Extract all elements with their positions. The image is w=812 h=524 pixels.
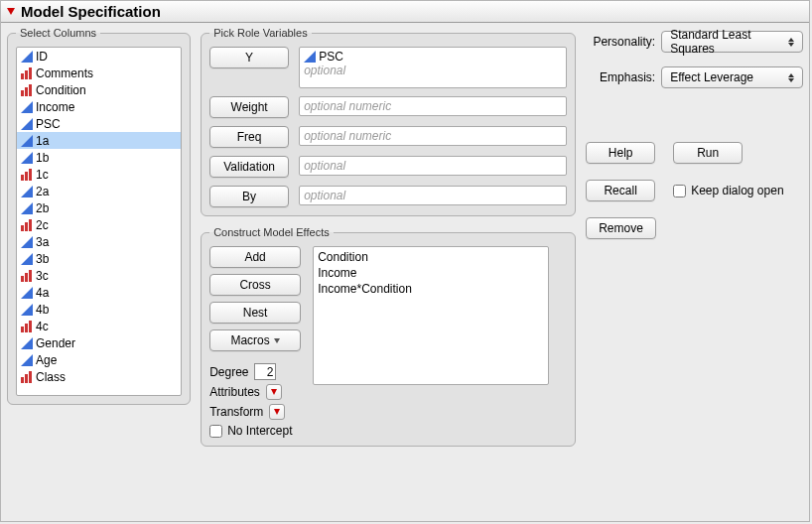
svg-marker-25 — [21, 304, 33, 316]
by-field[interactable]: optional — [299, 186, 567, 205]
column-label: 4b — [36, 303, 49, 317]
personality-select[interactable]: Standard Least Squares — [661, 31, 803, 53]
recall-button[interactable]: Recall — [586, 180, 655, 201]
svg-rect-3 — [29, 67, 32, 79]
y-hint: optional — [304, 64, 562, 77]
column-item[interactable]: Income — [17, 98, 181, 115]
degree-input[interactable] — [254, 363, 276, 380]
keep-open-check[interactable]: Keep dialog open — [673, 184, 783, 197]
no-intercept-check[interactable]: No Intercept — [209, 424, 301, 438]
validation-field[interactable]: optional — [299, 156, 567, 176]
svg-rect-32 — [25, 374, 28, 383]
degree-row: Degree — [209, 363, 301, 380]
column-label: PSC — [36, 117, 61, 131]
personality-label: Personality: — [586, 35, 655, 49]
construct-model-effects-panel: Construct Model Effects Add Cross Nest M… — [201, 226, 576, 447]
freq-button[interactable]: Freq — [209, 126, 289, 148]
continuous-icon — [21, 101, 33, 113]
svg-rect-28 — [29, 321, 32, 332]
column-label: 3b — [36, 252, 49, 266]
column-item[interactable]: Comments — [17, 65, 181, 81]
continuous-icon — [21, 118, 33, 130]
column-item[interactable]: 1c — [17, 166, 181, 183]
svg-rect-16 — [21, 225, 24, 231]
svg-marker-14 — [21, 186, 33, 197]
role-row-weight: Weight optional numeric — [209, 96, 567, 118]
transform-dropdown[interactable] — [269, 404, 285, 420]
effects-listbox[interactable]: ConditionIncomeIncome*Condition — [313, 246, 549, 385]
effect-item[interactable]: Income*Condition — [318, 281, 544, 297]
cross-button[interactable]: Cross — [209, 274, 301, 296]
continuous-icon — [21, 236, 33, 248]
column-item[interactable]: Class — [17, 368, 181, 385]
continuous-icon — [21, 135, 33, 147]
emphasis-select[interactable]: Effect Leverage — [661, 66, 803, 88]
svg-marker-7 — [21, 101, 33, 113]
column-item[interactable]: PSC — [17, 115, 181, 132]
nominal-icon — [21, 169, 33, 181]
role-row-validation: Validation optional — [209, 156, 567, 178]
continuous-icon — [21, 354, 33, 366]
weight-field[interactable]: optional numeric — [299, 96, 567, 116]
attributes-row: Attributes — [209, 384, 301, 400]
by-button[interactable]: By — [209, 186, 289, 207]
column-item[interactable]: 3c — [17, 267, 181, 284]
svg-rect-6 — [29, 84, 32, 96]
continuous-icon — [21, 51, 33, 63]
attributes-dropdown[interactable] — [266, 384, 282, 400]
keep-open-label: Keep dialog open — [691, 184, 783, 197]
column-item[interactable]: Gender — [17, 334, 181, 351]
weight-button[interactable]: Weight — [209, 96, 289, 118]
keep-open-checkbox[interactable] — [673, 185, 686, 197]
y-field[interactable]: PSC optional — [299, 47, 567, 88]
macros-button[interactable]: Macros — [209, 329, 301, 351]
y-button[interactable]: Y — [209, 47, 289, 68]
column-label: 3a — [36, 235, 49, 249]
nominal-icon — [21, 219, 33, 231]
column-item[interactable]: 1a — [17, 132, 181, 149]
y-value: PSC — [319, 50, 343, 64]
freq-field[interactable]: optional numeric — [299, 126, 567, 146]
continuous-icon — [21, 304, 33, 316]
run-button[interactable]: Run — [673, 142, 743, 164]
column-item[interactable]: ID — [17, 48, 181, 65]
svg-rect-26 — [21, 327, 24, 332]
continuous-icon — [304, 51, 316, 63]
weight-hint: optional numeric — [304, 99, 391, 113]
column-item[interactable]: Condition — [17, 81, 181, 98]
add-button[interactable]: Add — [209, 246, 301, 268]
column-item[interactable]: 4c — [17, 318, 181, 334]
no-intercept-checkbox[interactable] — [209, 425, 222, 438]
role-row-y: Y PSC optional — [209, 47, 567, 88]
effect-item[interactable]: Condition — [318, 249, 544, 265]
validation-button[interactable]: Validation — [209, 156, 289, 178]
action-row-2: Recall Keep dialog open — [586, 180, 803, 201]
svg-rect-11 — [21, 175, 24, 181]
by-hint: optional — [304, 189, 345, 202]
continuous-icon — [21, 186, 33, 197]
remove-button[interactable]: Remove — [586, 217, 656, 239]
column-item[interactable]: 2c — [17, 216, 181, 233]
column-label: ID — [36, 50, 48, 64]
help-button[interactable]: Help — [586, 142, 655, 164]
svg-marker-34 — [304, 51, 316, 63]
column-label: Income — [36, 100, 74, 114]
columns-listbox[interactable]: IDCommentsConditionIncomePSC1a1b1c2a2b2c… — [16, 47, 182, 396]
degree-label: Degree — [209, 365, 248, 379]
svg-rect-23 — [29, 270, 32, 282]
column-item[interactable]: 3b — [17, 250, 181, 267]
column-label: 3c — [36, 269, 49, 283]
column-label: Condition — [36, 83, 86, 97]
column-item[interactable]: 4a — [17, 284, 181, 301]
column-item[interactable]: Age — [17, 351, 181, 368]
disclosure-icon[interactable] — [5, 6, 17, 18]
effect-item[interactable]: Income — [318, 265, 544, 281]
column-item[interactable]: 2b — [17, 199, 181, 216]
nest-button[interactable]: Nest — [209, 302, 301, 324]
nominal-icon — [21, 84, 33, 96]
column-item[interactable]: 3a — [17, 233, 181, 250]
column-item[interactable]: 1b — [17, 149, 181, 166]
column-item[interactable]: 4b — [17, 301, 181, 318]
cme-legend: Construct Model Effects — [209, 226, 334, 238]
column-item[interactable]: 2a — [17, 183, 181, 199]
